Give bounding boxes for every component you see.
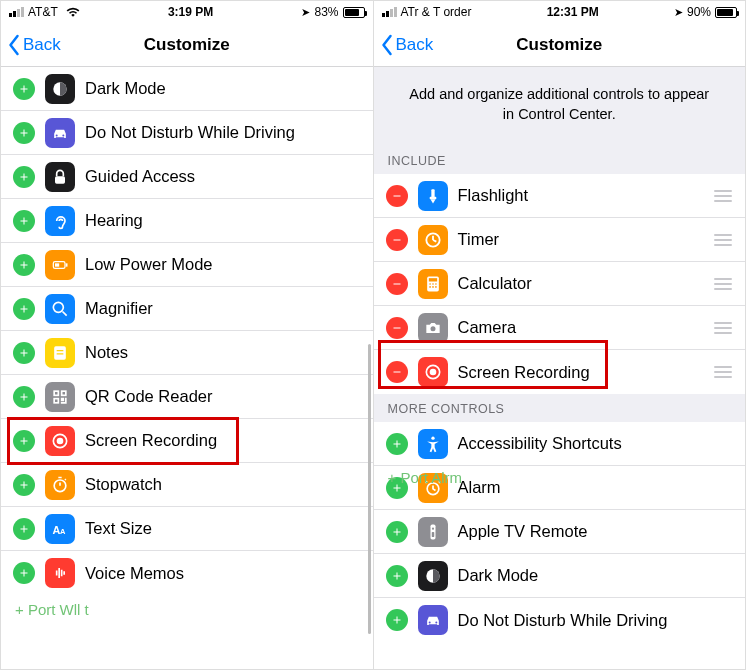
item-label: Magnifier xyxy=(85,299,373,318)
flash-icon xyxy=(418,181,448,211)
reorder-handle[interactable] xyxy=(709,350,737,394)
svg-rect-18 xyxy=(429,196,436,199)
svg-rect-35 xyxy=(431,532,434,537)
list-item[interactable]: Stopwatch xyxy=(1,463,373,507)
list-item[interactable]: Flashlight xyxy=(374,174,746,218)
remove-button[interactable] xyxy=(386,361,408,383)
item-label: Calculator xyxy=(458,274,710,293)
add-button[interactable] xyxy=(13,78,35,100)
list-item[interactable]: Voice Memos xyxy=(1,551,373,595)
svg-point-1 xyxy=(56,134,58,136)
svg-rect-6 xyxy=(55,263,59,266)
list-item[interactable]: AAText Size xyxy=(1,507,373,551)
item-label: Text Size xyxy=(85,519,373,538)
wifi-icon xyxy=(66,5,80,20)
reorder-handle[interactable] xyxy=(709,262,737,306)
item-label: Hearing xyxy=(85,211,373,230)
battery-pct: 83% xyxy=(314,5,338,19)
clock: 3:19 PM xyxy=(80,5,302,19)
add-button[interactable] xyxy=(13,254,35,276)
calc-icon xyxy=(418,269,448,299)
battery-icon xyxy=(45,250,75,280)
list-item[interactable]: Camera xyxy=(374,306,746,350)
svg-point-31 xyxy=(431,436,434,439)
timer-icon xyxy=(418,225,448,255)
add-button[interactable] xyxy=(386,565,408,587)
svg-rect-3 xyxy=(55,176,65,184)
add-button[interactable] xyxy=(386,433,408,455)
add-button[interactable] xyxy=(386,609,408,631)
alarm-icon xyxy=(418,473,448,503)
add-button[interactable] xyxy=(13,386,35,408)
item-label: Apple TV Remote xyxy=(458,522,746,541)
item-label: Do Not Disturb While Driving xyxy=(458,611,746,630)
list-item[interactable]: Apple TV Remote xyxy=(374,510,746,554)
list-item[interactable]: Alarm xyxy=(374,466,746,510)
remove-button[interactable] xyxy=(386,317,408,339)
signal-icon xyxy=(9,7,24,17)
lock-icon xyxy=(45,162,75,192)
location-icon: ➤ xyxy=(301,6,310,19)
reorder-handle[interactable] xyxy=(709,174,737,218)
add-button[interactable] xyxy=(13,210,35,232)
remove-button[interactable] xyxy=(386,273,408,295)
list-item[interactable]: Do Not Disturb While Driving xyxy=(1,111,373,155)
record-icon xyxy=(45,426,75,456)
add-button[interactable] xyxy=(13,298,35,320)
svg-point-34 xyxy=(431,527,433,529)
svg-point-28 xyxy=(430,326,435,331)
battery-icon xyxy=(715,7,737,18)
list-item[interactable]: Do Not Disturb While Driving xyxy=(374,598,746,642)
nav-bar: BackCustomize xyxy=(1,23,373,67)
add-button[interactable] xyxy=(386,477,408,499)
back-button[interactable]: Back xyxy=(1,34,61,56)
car-icon xyxy=(418,605,448,635)
list-item[interactable]: QR Code Reader xyxy=(1,375,373,419)
item-label: Camera xyxy=(458,318,710,337)
remove-button[interactable] xyxy=(386,229,408,251)
list-item[interactable]: Notes xyxy=(1,331,373,375)
ear-icon xyxy=(45,206,75,236)
section-header-more: More Controls xyxy=(374,394,746,422)
add-button[interactable] xyxy=(13,342,35,364)
svg-point-26 xyxy=(432,286,434,288)
add-button[interactable] xyxy=(13,166,35,188)
list-item[interactable]: Magnifier xyxy=(1,287,373,331)
add-button[interactable] xyxy=(13,562,35,584)
add-button[interactable] xyxy=(13,474,35,496)
list-item[interactable]: Screen Recording xyxy=(374,350,746,394)
list-item[interactable]: Calculator xyxy=(374,262,746,306)
camera-icon xyxy=(418,313,448,343)
list-item[interactable]: Screen Recording xyxy=(1,419,373,463)
battery-icon xyxy=(343,7,365,18)
list-item[interactable]: Dark Mode xyxy=(374,554,746,598)
list-item[interactable]: Low Power Mode xyxy=(1,243,373,287)
svg-rect-10 xyxy=(62,391,66,395)
back-button[interactable]: Back xyxy=(374,34,434,56)
remove-button[interactable] xyxy=(386,185,408,207)
list-item[interactable]: Accessibility Shortcuts xyxy=(374,422,746,466)
svg-rect-5 xyxy=(66,263,68,266)
list-item[interactable]: Guided Access xyxy=(1,155,373,199)
item-label: Accessibility Shortcuts xyxy=(458,434,746,453)
add-button[interactable] xyxy=(13,430,35,452)
svg-rect-8 xyxy=(54,346,66,359)
notes-icon xyxy=(45,338,75,368)
reorder-handle[interactable] xyxy=(709,306,737,350)
list-item[interactable]: Dark Mode xyxy=(1,67,373,111)
reorder-handle[interactable] xyxy=(709,218,737,262)
voice-icon xyxy=(45,558,75,588)
list-item[interactable]: Timer xyxy=(374,218,746,262)
add-button[interactable] xyxy=(13,518,35,540)
add-button[interactable] xyxy=(386,521,408,543)
item-label: Timer xyxy=(458,230,710,249)
add-button[interactable] xyxy=(13,122,35,144)
item-label: Flashlight xyxy=(458,186,710,205)
watermark: + Port Wll t xyxy=(15,601,89,618)
more-list: Accessibility ShortcutsAlarmApple TV Rem… xyxy=(374,422,746,642)
svg-point-24 xyxy=(435,283,437,285)
list-item[interactable]: Hearing xyxy=(1,199,373,243)
car-icon xyxy=(45,118,75,148)
battery-pct: 90% xyxy=(687,5,711,19)
right-phone: ATr & T order12:31 PM➤90%BackCustomizeAd… xyxy=(373,1,746,669)
